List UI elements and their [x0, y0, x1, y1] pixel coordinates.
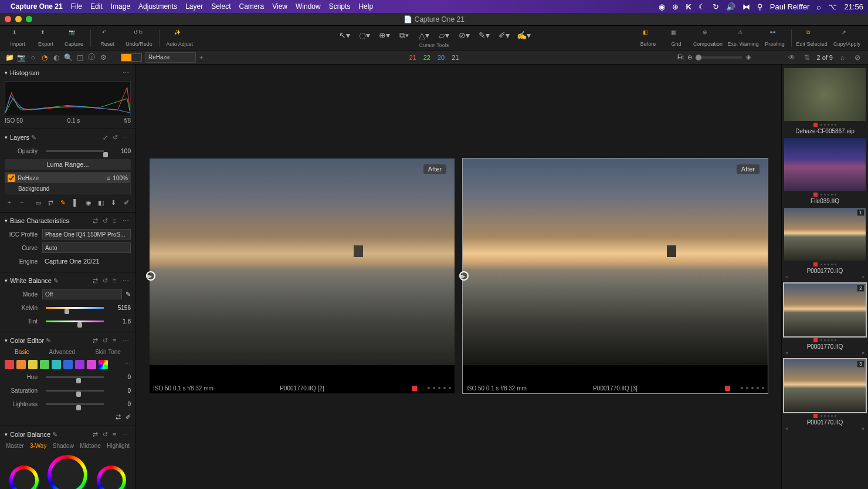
swatch-all[interactable] — [99, 360, 108, 369]
swatch-purple[interactable] — [75, 360, 84, 369]
app-name[interactable]: Capture One 21 — [11, 2, 63, 11]
menu-select[interactable]: Select — [211, 2, 230, 11]
layer-edit-icon[interactable]: ✐ — [122, 198, 131, 207]
cb-tab-3way[interactable]: 3-Way — [30, 443, 47, 449]
icc-profile-dropdown[interactable]: Phase One IQ4 150MP ProS... — [42, 229, 131, 240]
annotate-tool[interactable]: ✍▾ — [517, 30, 531, 41]
menu-file[interactable]: File — [71, 2, 82, 11]
swatch-cyan[interactable] — [52, 360, 61, 369]
browser-thumb[interactable]: Dehaze-CF005867.eip — [784, 68, 866, 134]
lasso-tool[interactable]: ◌▾ — [357, 30, 371, 41]
ce-tab-basic[interactable]: Basic — [15, 349, 29, 355]
curve-dropdown[interactable]: Auto — [42, 242, 131, 253]
prev-variant-icon[interactable]: « — [785, 426, 788, 431]
capture-button[interactable]: 📷Capture — [60, 26, 88, 50]
hue-slider[interactable] — [46, 376, 104, 378]
layer-visibility-checkbox[interactable] — [8, 174, 15, 182]
cb-reset-icon[interactable]: ↺ — [103, 431, 111, 439]
hue-value[interactable]: 0 — [107, 374, 131, 380]
section-menu-icon[interactable]: ⋯ — [123, 69, 131, 77]
status-k-icon[interactable]: K — [686, 2, 691, 11]
cb-tab-highlight[interactable]: Highlight — [107, 443, 130, 449]
menu-layer[interactable]: Layer — [185, 2, 203, 11]
proofing-button[interactable]: 👓Proofing — [761, 26, 789, 50]
zoom-tool[interactable]: ⊕▾ — [377, 30, 391, 41]
grid-button[interactable]: ▦Grid — [662, 26, 690, 50]
copyapply-button[interactable]: ⇗Copy/Apply — [829, 26, 864, 50]
thumb-colortag[interactable] — [813, 414, 818, 418]
ce-adjust-icon[interactable]: ⇄ — [116, 413, 121, 421]
layer-tool1-icon[interactable]: ▭ — [33, 198, 43, 207]
browser-filter-icon[interactable]: ⇅ — [801, 52, 813, 63]
ce-menu-icon[interactable]: ⋯ — [123, 337, 131, 345]
browser-search-icon[interactable]: ⌕ — [836, 52, 848, 63]
wb-menu-icon[interactable]: ⋯ — [123, 277, 131, 285]
status-search-icon[interactable]: ⌕ — [816, 2, 821, 11]
thumb-colortag[interactable] — [813, 338, 818, 342]
ce-tab-advanced[interactable]: Advanced — [49, 349, 75, 355]
browser-thumb[interactable]: 1P0001770.IIQ«» — [784, 208, 866, 280]
bc-menu-icon[interactable]: ⋯ — [123, 217, 131, 225]
cb-tab-midtone[interactable]: Midtone — [80, 443, 101, 449]
rotate-tool[interactable]: △▾ — [417, 30, 431, 41]
tab-color-icon[interactable]: ◔ — [39, 52, 50, 63]
reset-button[interactable]: ↶Reset — [93, 26, 121, 50]
tint-slider[interactable] — [46, 321, 104, 322]
menu-image[interactable]: Image — [111, 2, 130, 11]
ce-preset-icon[interactable]: ≡ — [113, 337, 121, 344]
lightness-value[interactable]: 0 — [107, 401, 131, 407]
layer-menu-icon[interactable]: ⋯ — [123, 134, 131, 141]
menu-help[interactable]: Help — [358, 2, 373, 11]
opacity-slider[interactable] — [46, 150, 104, 152]
tab-exposure-icon[interactable]: ◐ — [50, 52, 62, 63]
lightness-slider[interactable] — [46, 403, 104, 405]
cb-wheel-midtone[interactable]: Midtone — [48, 455, 87, 489]
wb-copy-icon[interactable]: ⇄ — [93, 277, 101, 285]
tab-styles-icon[interactable]: ◫ — [74, 52, 86, 63]
layer-tool2-icon[interactable]: ⇄ — [46, 198, 56, 207]
kelvin-slider[interactable] — [46, 307, 104, 309]
status-user[interactable]: Paul Reiffer — [770, 2, 810, 11]
layer-expand-icon[interactable]: ⤢ — [103, 134, 111, 141]
layer-brush-icon[interactable]: ✎ — [31, 134, 39, 141]
kelvin-value[interactable]: 5156 — [107, 305, 131, 311]
layer-eraser-icon[interactable]: ◧ — [97, 198, 106, 207]
mask-tool[interactable]: ✐▾ — [497, 30, 511, 41]
layer-item-rehaze[interactable]: ReHaze ≡ 100% — [5, 173, 130, 183]
browser-thumb[interactable]: 3P0001770.IIQ«» — [784, 359, 866, 431]
status-bluetooth-icon[interactable]: ⧓ — [742, 2, 750, 11]
heal-tool[interactable]: ⊘▾ — [457, 30, 471, 41]
swatch-magenta[interactable] — [87, 360, 96, 369]
bc-preset-icon[interactable]: ≡ — [113, 217, 121, 224]
browser-expand-icon[interactable]: ⊘ — [852, 52, 863, 63]
export-button[interactable]: ⬆Export — [32, 26, 60, 50]
layer-remove-icon[interactable]: − — [18, 198, 27, 207]
wb-reset-icon[interactable]: ↺ — [103, 277, 111, 285]
layer-reset-icon[interactable]: ↺ — [113, 134, 121, 141]
cb-wheel-shadow[interactable]: Shadow — [9, 466, 39, 489]
saturation-value[interactable]: 0 — [107, 387, 131, 394]
next-variant-icon[interactable]: » — [862, 350, 864, 356]
tab-library-icon[interactable]: 📁 — [4, 52, 15, 63]
browser-thumb[interactable]: File039.IIQ — [784, 138, 866, 204]
thumb-colortag[interactable] — [813, 193, 818, 197]
layer-dropdown[interactable]: ReHaze — [145, 52, 196, 63]
menu-view[interactable]: View — [272, 2, 287, 11]
layer-add-icon[interactable]: + — [5, 198, 14, 207]
status-moon-icon[interactable]: ☾ — [699, 2, 706, 11]
status-wifi-icon[interactable]: ⚲ — [757, 2, 763, 11]
cb-preset-icon[interactable]: ≡ — [113, 431, 121, 438]
ce-tab-skintone[interactable]: Skin Tone — [95, 349, 121, 355]
layer-grad-icon[interactable]: ▌ — [72, 198, 81, 207]
close-button[interactable] — [5, 16, 11, 22]
cb-copy-icon[interactable]: ⇄ — [93, 431, 101, 439]
viewer-colortag-right[interactable] — [725, 386, 730, 391]
layer-mask-icon[interactable]: ≡ — [107, 175, 111, 181]
import-button[interactable]: ⬇Import — [4, 26, 32, 50]
luma-range-button[interactable]: Luma Range... — [5, 159, 131, 170]
opacity-value[interactable]: 100 — [107, 148, 131, 154]
ce-mask-icon[interactable]: ✐ — [126, 413, 131, 421]
add-layer-icon[interactable]: + — [199, 54, 203, 61]
zoom-slider[interactable] — [696, 56, 742, 59]
menu-window[interactable]: Window — [296, 2, 321, 11]
